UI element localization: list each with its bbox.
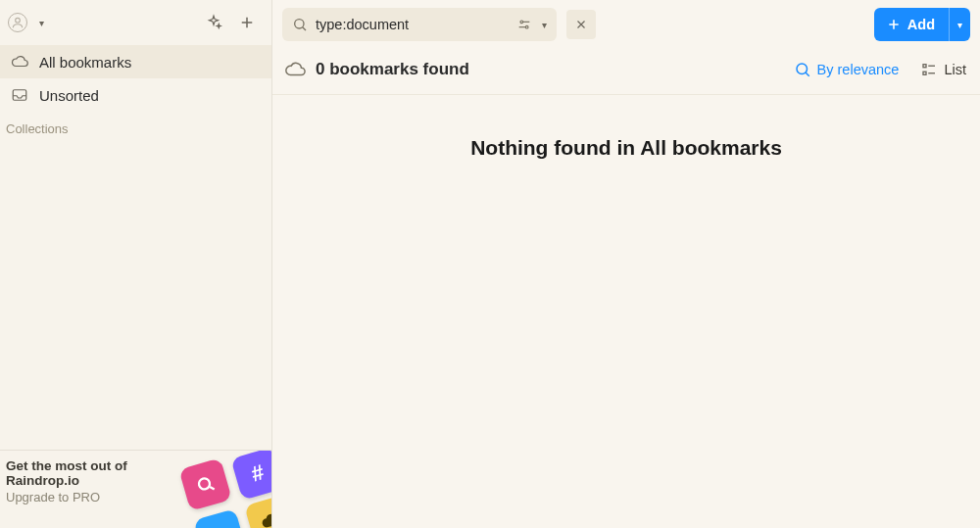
view-mode-button[interactable]: List <box>920 61 966 78</box>
sort-label: By relevance <box>817 62 900 77</box>
add-collection-icon[interactable] <box>234 10 260 35</box>
sidebar-item-unsorted[interactable]: Unsorted <box>0 78 271 112</box>
cloud-icon <box>10 52 29 72</box>
user-avatar[interactable] <box>8 13 27 32</box>
svg-rect-9 <box>923 72 926 74</box>
view-label: List <box>944 62 966 77</box>
sidebar-header: ▾ <box>0 0 271 45</box>
add-dropdown-button[interactable]: ▾ <box>949 8 970 41</box>
inbox-icon <box>10 85 29 105</box>
add-button-group: Add ▾ <box>874 8 970 41</box>
sidebar-item-label: All bookmarks <box>39 54 131 71</box>
results-count: 0 bookmarks found <box>316 60 469 79</box>
svg-rect-1 <box>13 90 26 101</box>
promo-tile-search <box>178 457 231 510</box>
results-header: 0 bookmarks found By relevance List <box>272 49 980 95</box>
search-icon <box>292 17 308 32</box>
clear-search-button[interactable] <box>566 10 596 39</box>
user-menu-caret[interactable]: ▾ <box>35 14 48 32</box>
promo-tile-hash: # <box>230 450 271 501</box>
svg-point-4 <box>295 20 304 28</box>
search-filter-caret[interactable]: ▾ <box>538 16 551 34</box>
sparkle-icon[interactable] <box>201 10 226 35</box>
svg-rect-8 <box>923 65 926 68</box>
sidebar-item-label: Unsorted <box>39 87 99 104</box>
main-content: ▾ Add ▾ 0 bookmarks found By relevance L… <box>272 0 980 528</box>
svg-point-6 <box>525 25 528 28</box>
search-input[interactable] <box>316 17 505 32</box>
sidebar: ▾ All bookmarks Unsorted Collections Get… <box>0 0 272 528</box>
collections-heading: Collections <box>0 112 271 142</box>
empty-state-title: Nothing found in All bookmarks <box>272 95 980 160</box>
add-button[interactable]: Add <box>874 8 949 41</box>
svg-point-5 <box>520 21 523 24</box>
search-filter-icon[interactable] <box>513 13 536 36</box>
upgrade-promo[interactable]: Get the most out of Raindrop.io Upgrade … <box>0 450 271 528</box>
sidebar-item-all-bookmarks[interactable]: All bookmarks <box>0 45 271 78</box>
svg-point-7 <box>797 64 808 74</box>
svg-point-2 <box>197 477 211 491</box>
topbar: ▾ Add ▾ <box>272 0 980 49</box>
svg-point-0 <box>16 18 21 23</box>
sort-button[interactable]: By relevance <box>794 61 900 78</box>
add-button-label: Add <box>907 17 935 32</box>
search-box[interactable]: ▾ <box>282 8 557 41</box>
cloud-icon <box>284 59 306 80</box>
